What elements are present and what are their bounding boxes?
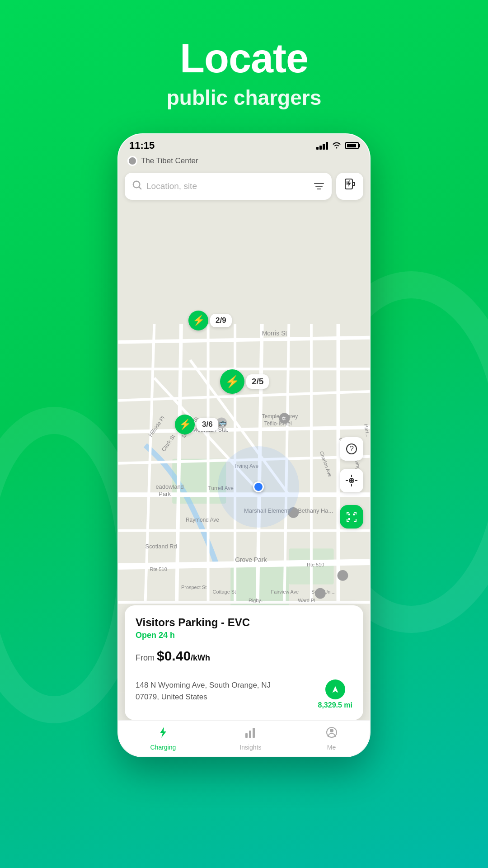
svg-marker-81: [332, 686, 338, 693]
svg-text:eadowland: eadowland: [155, 483, 183, 490]
search-placeholder-text: Location, site: [146, 181, 314, 191]
charger-button[interactable]: [336, 173, 363, 200]
card-address-line2: 07079, United States: [136, 693, 207, 701]
battery-icon: [345, 142, 359, 149]
user-location: [218, 446, 299, 528]
bottom-nav: Charging Insights Me: [118, 720, 370, 756]
marker-bubble-3: 3/6: [197, 418, 218, 431]
phone-frame: Morris St Hillside Pl Clark St Meeker St…: [117, 133, 371, 757]
scan-button[interactable]: [340, 505, 363, 528]
svg-text:Cottage St: Cottage St: [213, 589, 236, 594]
user-location-dot: [253, 481, 264, 492]
svg-rect-79: [353, 514, 355, 515]
svg-text:?: ?: [350, 445, 354, 453]
ev-charger-icon: [343, 178, 357, 195]
me-label: Me: [327, 744, 336, 751]
svg-text:🚌: 🚌: [219, 419, 227, 427]
status-bar: 11:15: [118, 134, 370, 154]
charger-marker-1[interactable]: ⚡ 2/9: [188, 311, 232, 330]
svg-text:Fairview Ave: Fairview Ave: [271, 589, 299, 594]
svg-rect-84: [249, 731, 251, 738]
card-distance[interactable]: 8,329.5 mi: [318, 679, 353, 709]
card-price-amount: $0.40: [157, 648, 191, 663]
svg-text:Morris St: Morris St: [262, 330, 287, 337]
svg-text:Prospect St: Prospect St: [181, 585, 206, 590]
search-input-wrapper[interactable]: Location, site: [125, 173, 332, 200]
nav-item-me[interactable]: Me: [316, 722, 347, 755]
svg-text:Park: Park: [159, 491, 171, 497]
header-subtitle: public chargers: [0, 85, 488, 110]
search-bar-container: Location, site: [125, 173, 363, 200]
card-price-label: From: [136, 653, 157, 662]
svg-point-51: [315, 588, 326, 599]
svg-rect-80: [348, 518, 350, 520]
svg-text:Raymond Ave: Raymond Ave: [186, 517, 219, 523]
svg-rect-83: [245, 733, 248, 738]
svg-text:Bethany Ha...: Bethany Ha...: [298, 507, 333, 514]
svg-marker-69: [347, 180, 351, 187]
insights-label: Insights: [239, 744, 261, 751]
card-price: From $0.40/kWh: [136, 648, 352, 664]
svg-text:Rigby...: Rigby...: [249, 598, 265, 604]
me-icon: [325, 726, 338, 742]
card-status: Open 24 h: [136, 631, 352, 640]
marker-circle-3: ⚡: [175, 415, 195, 434]
card-address-line1: 148 N Wyoming Ave, South Orange, NJ: [136, 681, 271, 689]
wifi-icon: [332, 141, 342, 151]
nav-arrow[interactable]: [325, 679, 345, 699]
status-time: 11:15: [129, 140, 155, 151]
card-address: 148 N Wyoming Ave, South Orange, NJ 0707…: [136, 679, 318, 703]
status-icons: [316, 141, 359, 151]
header-section: Locate public chargers: [0, 0, 488, 137]
location-label: The Tibet Center: [127, 156, 198, 166]
svg-line-59: [139, 187, 141, 189]
nav-item-insights[interactable]: Insights: [230, 722, 270, 755]
svg-point-77: [350, 479, 353, 482]
charging-icon: [157, 726, 169, 742]
nav-item-charging[interactable]: Charging: [141, 722, 185, 755]
svg-point-50: [338, 570, 348, 581]
marker-circle-1: ⚡: [188, 311, 208, 330]
help-button[interactable]: ?: [340, 437, 363, 461]
svg-text:✡: ✡: [282, 415, 286, 422]
svg-rect-78: [348, 514, 350, 515]
insights-icon: [244, 726, 257, 742]
svg-text:Grove Park: Grove Park: [235, 556, 267, 563]
svg-point-87: [330, 729, 333, 732]
user-location-radius: [218, 446, 299, 528]
svg-text:Rte 510: Rte 510: [307, 562, 324, 567]
marker-bubble-1: 2/9: [210, 314, 232, 327]
location-text: The Tibet Center: [141, 156, 198, 165]
marker-circle-2: ⚡: [220, 369, 244, 394]
location-card: Visitors Parking - EVC Open 24 h From $0…: [125, 605, 363, 720]
filter-icon[interactable]: [314, 182, 324, 191]
card-title: Visitors Parking - EVC: [136, 616, 352, 629]
charger-marker-3[interactable]: ⚡ 3/6: [175, 415, 218, 434]
charging-label: Charging: [150, 744, 176, 751]
svg-text:Scotland Rd: Scotland Rd: [145, 543, 177, 550]
distance-text: 8,329.5 mi: [318, 701, 353, 709]
charger-marker-2[interactable]: ⚡ 2/5: [220, 369, 269, 394]
header-title: Locate: [0, 36, 488, 81]
svg-text:Rte 510: Rte 510: [150, 566, 167, 572]
location-dot: [127, 156, 137, 166]
signal-bars-icon: [316, 142, 328, 150]
svg-text:Ward Pl: Ward Pl: [298, 598, 315, 604]
locate-button[interactable]: [340, 469, 363, 492]
marker-bubble-2: 2/5: [246, 374, 269, 389]
card-address-row: 148 N Wyoming Ave, South Orange, NJ 0707…: [136, 679, 352, 709]
svg-rect-85: [253, 728, 255, 738]
card-divider: [136, 672, 352, 672]
card-price-unit: /kWh: [191, 653, 210, 662]
svg-marker-82: [160, 727, 166, 738]
search-icon: [132, 180, 142, 193]
